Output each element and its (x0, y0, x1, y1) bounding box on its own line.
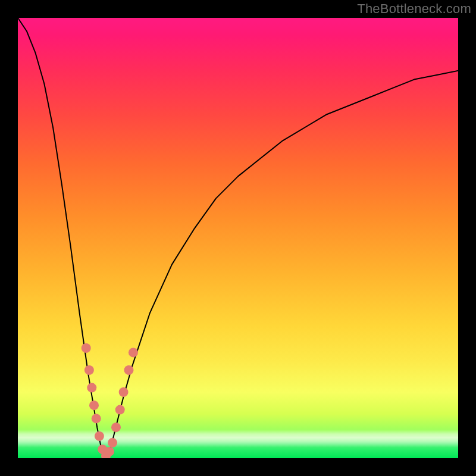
watermark-text: TheBottleneck.com (357, 1, 471, 17)
black-curve (18, 18, 458, 458)
marker-dot (82, 343, 91, 353)
marker-dot (124, 365, 134, 375)
curve-layer (18, 18, 458, 458)
marker-dot (111, 422, 121, 432)
marker-dot (119, 387, 129, 397)
marker-dot (129, 347, 138, 357)
chart-frame: TheBottleneck.com (0, 0, 476, 476)
marker-dot (95, 431, 104, 441)
marker-dot (89, 400, 99, 410)
marker-dot (92, 414, 101, 423)
plot-area (18, 18, 458, 458)
marker-dot (87, 383, 96, 393)
curve-svg (18, 18, 458, 458)
marker-dot (115, 405, 125, 415)
marker-dot (108, 438, 117, 447)
marker-dot (105, 447, 114, 456)
marker-dot (84, 365, 94, 375)
